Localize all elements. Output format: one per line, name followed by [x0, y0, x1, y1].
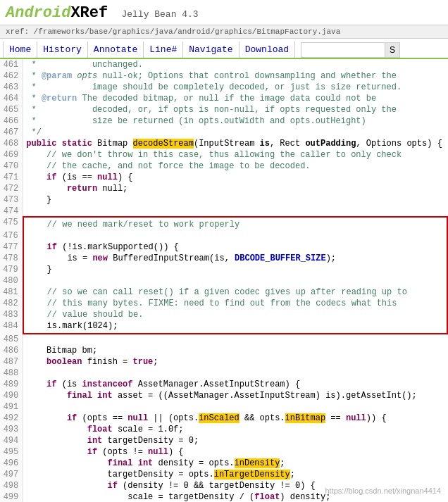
line-number: 480	[0, 275, 23, 287]
line-number: 484	[0, 320, 23, 334]
nav-home[interactable]: Home	[3, 42, 37, 58]
code-line: * @param opts null-ok; Options that cont…	[23, 70, 447, 82]
table-row: 489 if (is instanceof AssetManager.Asset…	[0, 379, 447, 390]
page-header: AndroidXRef Jelly Bean 4.3	[0, 0, 448, 25]
nav-items: Home History Annotate Line# Navigate Dow…	[3, 42, 295, 58]
line-number: 488	[0, 368, 23, 379]
code-line: targetDensity = opts.inTargetDensity;	[23, 469, 447, 480]
table-row: 473 }	[0, 194, 447, 206]
code-line: if (!is.markSupported()) {	[23, 241, 447, 253]
watermark: https://blog.csdn.net/xingnan4414	[325, 487, 441, 495]
xref-label: XRef	[70, 4, 108, 22]
line-number: 468	[0, 138, 23, 149]
code-line: public static Bitmap decodeStream(InputS…	[23, 138, 447, 149]
table-row: 463 * image should be completely decoded…	[0, 82, 447, 93]
table-row: 461 * unchanged.	[0, 59, 447, 70]
line-number: 463	[0, 82, 23, 93]
search-button[interactable]: S	[385, 42, 400, 58]
code-line: // we don't throw in this case, thus all…	[23, 149, 447, 161]
line-number: 461	[0, 59, 23, 70]
breadcrumb-path: xref: /frameworks/base/graphics/java/and…	[6, 27, 340, 36]
table-row: 468public static Bitmap decodeStream(Inp…	[0, 138, 447, 149]
android-label: Android	[6, 4, 70, 22]
line-number: 486	[0, 345, 23, 356]
code-line: // the cache, and not force the image to…	[23, 161, 447, 172]
navbar: Home History Annotate Line# Navigate Dow…	[0, 39, 448, 59]
code-line	[23, 275, 447, 287]
table-row: 478 is = new BufferedInputStream(is, DBC…	[0, 253, 447, 264]
code-line: if (is instanceof AssetManager.AssetInpu…	[23, 379, 447, 390]
code-line: * size be returned (in opts.outWidth and…	[23, 115, 447, 127]
line-number: 465	[0, 104, 23, 115]
line-number: 489	[0, 379, 23, 390]
code-line: }	[23, 264, 447, 275]
code-line	[23, 401, 447, 413]
table-row: 480	[0, 275, 447, 287]
code-line: // so we can call reset() if a given cod…	[23, 287, 447, 298]
table-row: 491	[0, 401, 447, 413]
line-number: 487	[0, 356, 23, 368]
table-row: 467 */	[0, 127, 447, 138]
line-number: 473	[0, 194, 23, 206]
code-line: return null;	[23, 183, 447, 194]
line-number: 478	[0, 253, 23, 264]
code-line: * unchanged.	[23, 59, 447, 70]
table-row: 484 is.mark(1024);	[0, 320, 447, 334]
line-number: 494	[0, 435, 23, 446]
code-line: */	[23, 127, 447, 138]
nav-annotate[interactable]: Annotate	[88, 42, 144, 58]
line-number: 499	[0, 491, 23, 502]
table-row: 488	[0, 368, 447, 379]
code-line	[23, 206, 447, 217]
table-row: 497 targetDensity = opts.inTargetDensity…	[0, 469, 447, 480]
nav-history[interactable]: History	[37, 42, 88, 58]
line-number: 475	[0, 217, 23, 230]
nav-download[interactable]: Download	[239, 42, 295, 58]
search-input[interactable]	[301, 42, 385, 58]
table-row: 462 * @param opts null-ok; Options that …	[0, 70, 447, 82]
code-line: // we need mark/reset to work properly	[23, 217, 447, 230]
code-area: 461 * unchanged.462 * @param opts null-o…	[0, 59, 448, 502]
line-number: 493	[0, 424, 23, 435]
table-row: 466 * size be returned (in opts.outWidth…	[0, 115, 447, 127]
code-line: boolean finish = true;	[23, 356, 447, 368]
code-line: * image should be completely decoded, or…	[23, 82, 447, 93]
line-number: 492	[0, 413, 23, 424]
table-row: 470 // the cache, and not force the imag…	[0, 161, 447, 172]
code-table: 461 * unchanged.462 * @param opts null-o…	[0, 59, 448, 502]
table-row: 469 // we don't throw in this case, thus…	[0, 149, 447, 161]
code-line: if (is == null) {	[23, 172, 447, 183]
line-number: 469	[0, 149, 23, 161]
code-line	[23, 230, 447, 241]
table-row: 483 // value should be.	[0, 309, 447, 320]
table-row: 492 if (opts == null || (opts.inScaled &…	[0, 413, 447, 424]
line-number: 490	[0, 390, 23, 401]
code-line: is.mark(1024);	[23, 320, 447, 334]
table-row: 471 if (is == null) {	[0, 172, 447, 183]
code-line	[23, 334, 447, 345]
table-row: 487 boolean finish = true;	[0, 356, 447, 368]
code-line: }	[23, 194, 447, 206]
code-line: int targetDensity = 0;	[23, 435, 447, 446]
line-number: 498	[0, 480, 23, 491]
line-number: 496	[0, 458, 23, 469]
table-row: 476	[0, 230, 447, 241]
version-label: Jelly Bean 4.3	[121, 9, 198, 20]
line-number: 462	[0, 70, 23, 82]
nav-line[interactable]: Line#	[144, 42, 183, 58]
table-row: 472 return null;	[0, 183, 447, 194]
table-row: 479 }	[0, 264, 447, 275]
search-box: S	[301, 42, 400, 58]
table-row: 495 if (opts != null) {	[0, 446, 447, 458]
line-number: 474	[0, 206, 23, 217]
table-row: 482 // this many bytes. FIXME: need to f…	[0, 298, 447, 309]
code-line: if (opts != null) {	[23, 446, 447, 458]
line-number: 495	[0, 446, 23, 458]
line-number: 479	[0, 264, 23, 275]
nav-navigate[interactable]: Navigate	[183, 42, 239, 58]
line-number: 476	[0, 230, 23, 241]
table-row: 481 // so we can call reset() if a given…	[0, 287, 447, 298]
line-number: 472	[0, 183, 23, 194]
code-line: final int density = opts.inDensity;	[23, 458, 447, 469]
code-line: // value should be.	[23, 309, 447, 320]
